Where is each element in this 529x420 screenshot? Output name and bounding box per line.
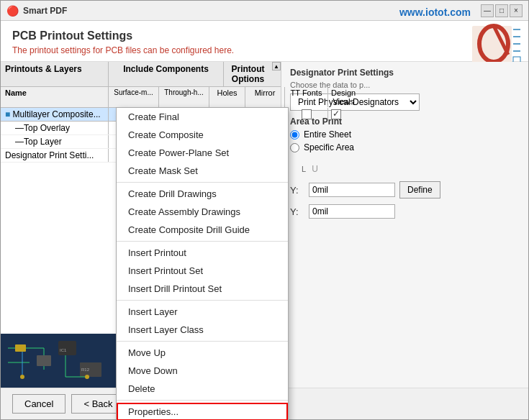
menu-create-final[interactable]: Create Final bbox=[117, 108, 288, 126]
menu-insert-drill-printout[interactable]: Insert Drill Printout Set bbox=[117, 280, 288, 298]
svg-point-18 bbox=[85, 375, 89, 379]
scroll-up-arrow[interactable]: ▲ bbox=[272, 62, 281, 70]
app-icon: 🔴 bbox=[6, 5, 19, 17]
circuit-board-thumbnail: IC1 R12 bbox=[1, 334, 116, 388]
menu-create-composite[interactable]: Create Composite bbox=[117, 126, 288, 144]
header-options: Printout Options bbox=[224, 62, 272, 86]
row-ttfonts bbox=[285, 108, 328, 121]
subheader-surface: Surface-m... bbox=[109, 87, 159, 107]
header-printouts: Printouts & Layers bbox=[1, 62, 109, 86]
title-bar-title: Smart PDF bbox=[23, 6, 67, 16]
designviews-checkbox[interactable] bbox=[331, 109, 341, 119]
entire-sheet-option: Entire Sheet bbox=[290, 129, 520, 140]
menu-separator-4 bbox=[117, 341, 288, 342]
subheader-holes: Holes bbox=[209, 87, 245, 107]
menu-delete[interactable]: Delete bbox=[117, 380, 288, 398]
coordinates-section: L U Y: Define Y: bbox=[290, 161, 520, 220]
coord-y2-label: Y: bbox=[290, 206, 304, 217]
area-section: Area to Print Entire Sheet Specific Area bbox=[290, 117, 520, 155]
close-button[interactable]: × bbox=[510, 4, 523, 17]
coord-y2-input[interactable] bbox=[309, 204, 395, 219]
coord-y1-row: Y: Define bbox=[290, 181, 520, 198]
minimize-button[interactable]: — bbox=[481, 4, 494, 17]
menu-create-drill-guide[interactable]: Create Composite Drill Guide bbox=[117, 221, 288, 239]
menu-separator-5 bbox=[117, 400, 288, 401]
designator-label: Designator Print Settings bbox=[290, 68, 520, 78]
menu-separator-3 bbox=[117, 300, 288, 301]
svg-point-19 bbox=[20, 375, 24, 379]
row-name: ■ Multilayer Composite... bbox=[1, 108, 109, 121]
coord-y2-row: Y: bbox=[290, 204, 520, 219]
menu-insert-layer[interactable]: Insert Layer bbox=[117, 303, 288, 321]
menu-separator-2 bbox=[117, 241, 288, 242]
menu-insert-printout-set[interactable]: Insert Printout Set bbox=[117, 262, 288, 280]
entire-sheet-radio[interactable] bbox=[290, 130, 299, 140]
menu-move-down[interactable]: Move Down bbox=[117, 362, 288, 380]
define-button[interactable]: Define bbox=[399, 181, 440, 198]
specific-area-label: Specific Area bbox=[304, 142, 354, 152]
menu-move-up[interactable]: Move Up bbox=[117, 344, 288, 362]
title-bar-left: 🔴 Smart PDF bbox=[6, 5, 67, 17]
menu-insert-printout[interactable]: Insert Printout bbox=[117, 244, 288, 262]
menu-insert-layer-class[interactable]: Insert Layer Class bbox=[117, 321, 288, 339]
svg-text:IC1: IC1 bbox=[60, 348, 67, 352]
menu-create-drill[interactable]: Create Drill Drawings bbox=[117, 185, 288, 203]
table-header: Printouts & Layers Include Components Pr… bbox=[1, 62, 281, 87]
subheader-designviews: Design Views bbox=[328, 87, 358, 107]
dialog-header: PCB Printout Settings The printout setti… bbox=[1, 21, 528, 62]
context-menu: Create Final Create Composite Create Pow… bbox=[116, 107, 289, 420]
menu-separator-1 bbox=[117, 182, 288, 183]
ttfonts-checkbox[interactable] bbox=[302, 109, 312, 119]
tree-row-name-layer: —Top Layer bbox=[1, 135, 109, 148]
header-include: Include Components bbox=[109, 62, 224, 86]
cancel-button[interactable]: Cancel bbox=[12, 394, 65, 414]
maximize-button[interactable]: □ bbox=[495, 4, 508, 17]
tree-row-name: —Top Overlay bbox=[1, 122, 109, 134]
menu-create-assembly[interactable]: Create Assembly Drawings bbox=[117, 203, 288, 221]
subheader-through: Through-h... bbox=[159, 87, 209, 107]
entire-sheet-label: Entire Sheet bbox=[304, 129, 351, 140]
coord-y1-input[interactable] bbox=[309, 183, 395, 197]
specific-area-radio[interactable] bbox=[290, 143, 299, 152]
svg-rect-12 bbox=[15, 344, 26, 352]
coord-y1-label: Y: bbox=[290, 185, 304, 196]
svg-text:R12: R12 bbox=[81, 368, 90, 372]
menu-create-mask[interactable]: Create Mask Set bbox=[117, 162, 288, 180]
coord-row-1: L U bbox=[302, 164, 508, 174]
svg-rect-8 bbox=[1, 334, 116, 388]
dialog-subtitle: The printout settings for PCB files can … bbox=[12, 45, 517, 55]
title-bar-controls: — □ × bbox=[481, 4, 523, 17]
subheader-mirror: Mirror bbox=[245, 87, 285, 107]
menu-properties[interactable]: Properties... bbox=[117, 403, 288, 420]
watermark: www.iotot.com bbox=[399, 6, 471, 18]
dialog-title: PCB Printout Settings bbox=[12, 29, 517, 42]
subheader-name: Name bbox=[1, 87, 109, 107]
specific-area-option: Specific Area bbox=[290, 142, 520, 152]
designator-row-name: Designator Print Setti... bbox=[1, 149, 109, 162]
subheader-ttfonts: TT Fonts bbox=[285, 87, 328, 107]
table-subheader: Name Surface-m... Through-h... Holes Mir… bbox=[1, 87, 281, 108]
menu-create-power-plane[interactable]: Create Power-Plane Set bbox=[117, 144, 288, 162]
svg-rect-13 bbox=[37, 355, 51, 366]
row-designviews bbox=[328, 108, 344, 121]
main-window: 🔴 Smart PDF — □ × www.iotot.com PCB Prin… bbox=[0, 0, 529, 420]
